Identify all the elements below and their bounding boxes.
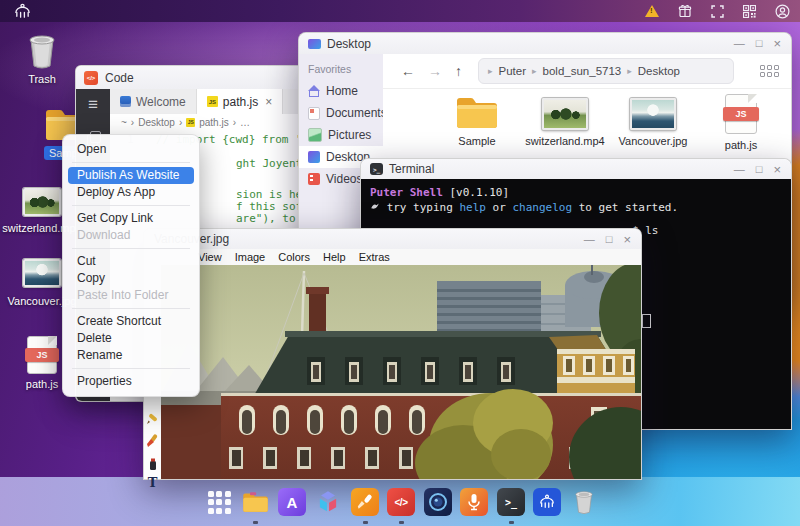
- terminal-cursor: [642, 314, 651, 328]
- running-indicator: [509, 521, 514, 524]
- dock-app-center-button[interactable]: [314, 488, 342, 516]
- documents-icon: [308, 107, 320, 120]
- close-icon[interactable]: ×: [773, 163, 781, 176]
- folder-icon: [455, 94, 499, 130]
- minimize-icon[interactable]: —: [734, 164, 745, 175]
- menu-colors[interactable]: Colors: [278, 251, 310, 263]
- up-icon[interactable]: ↑: [455, 63, 462, 79]
- brush-tool-icon[interactable]: [144, 433, 161, 449]
- dock: A </>: [0, 488, 800, 526]
- dock-puter-button[interactable]: [533, 488, 561, 516]
- dock-launcher-button[interactable]: [205, 488, 233, 516]
- sidebar-item-home[interactable]: Home: [299, 80, 383, 102]
- chevron-icon: ›: [233, 117, 236, 128]
- explorer-titlebar[interactable]: Desktop — □ ×: [299, 33, 791, 55]
- menu-item-cut[interactable]: Cut: [63, 253, 199, 270]
- dock-trash-button[interactable]: [570, 488, 598, 516]
- trash-desktop-icon[interactable]: [26, 32, 58, 70]
- image-viewer-window: Vancouver.jpg — □ × View Image Colors He…: [143, 228, 642, 480]
- minimize-icon[interactable]: —: [734, 38, 745, 49]
- back-icon[interactable]: ←: [401, 63, 415, 79]
- lens-icon: [428, 492, 448, 512]
- menu-item-properties[interactable]: Properties: [63, 373, 199, 390]
- viewer-titlebar[interactable]: Vancouver.jpg — □ ×: [144, 229, 641, 250]
- microphone-icon: [466, 493, 482, 511]
- terminal-title: Terminal: [389, 162, 434, 176]
- tab-close-icon[interactable]: ×: [265, 95, 272, 109]
- trash-icon: [573, 489, 595, 515]
- file-item-switzerland[interactable]: switzerland.mp4: [521, 94, 609, 151]
- fullscreen-icon[interactable]: [711, 5, 724, 18]
- file-item-sample[interactable]: Sample: [433, 94, 521, 151]
- tab-pathjs[interactable]: JS path.js ×: [197, 89, 283, 114]
- ink-tool-icon[interactable]: [144, 457, 161, 471]
- breadcrumb-puter[interactable]: Puter: [499, 65, 527, 77]
- breadcrumb[interactable]: ▸ Puter ▸ bold_sun_5713 ▸ Desktop: [478, 58, 734, 84]
- menu-item-open[interactable]: Open: [63, 141, 199, 158]
- grid-view-icon[interactable]: [760, 65, 779, 77]
- close-icon[interactable]: ×: [773, 37, 781, 50]
- context-menu: Open Publish As Website Deploy As App Ge…: [62, 134, 200, 397]
- chevron-icon: ›: [179, 117, 182, 128]
- pencil-tool-icon[interactable]: [144, 413, 161, 427]
- qr-code-icon[interactable]: [743, 5, 756, 18]
- dock-camera-button[interactable]: [424, 488, 452, 516]
- dock-terminal-button[interactable]: >_: [497, 488, 525, 516]
- maximize-icon[interactable]: □: [606, 234, 613, 245]
- puter-logo-icon[interactable]: [13, 3, 32, 20]
- menu-separator: [72, 368, 190, 369]
- menu-item-delete[interactable]: Delete: [63, 330, 199, 347]
- menu-help[interactable]: Help: [323, 251, 346, 263]
- menu-item-publish-as-website[interactable]: Publish As Website: [68, 167, 194, 184]
- menu-extras[interactable]: Extras: [359, 251, 390, 263]
- crumb-home[interactable]: ~: [121, 117, 127, 128]
- crumb-pathjs[interactable]: path.js: [199, 117, 228, 128]
- close-icon[interactable]: ×: [623, 233, 631, 246]
- forward-icon[interactable]: →: [428, 63, 442, 79]
- pathjs-desktop-icon[interactable]: JS: [27, 336, 57, 374]
- triangle-icon: ▸: [627, 66, 632, 76]
- warning-icon[interactable]: [645, 5, 659, 17]
- dock-paint-button[interactable]: [351, 488, 379, 516]
- vancouver-desktop-icon[interactable]: [23, 259, 61, 287]
- menu-item-create-shortcut[interactable]: Create Shortcut: [63, 313, 199, 330]
- explorer-title: Desktop: [327, 37, 371, 51]
- breadcrumb-desktop[interactable]: Desktop: [638, 65, 680, 77]
- menu-item-rename[interactable]: Rename: [63, 347, 199, 364]
- dock-code-button[interactable]: </>: [387, 488, 415, 516]
- sidebar-item-documents[interactable]: Documents: [299, 102, 383, 124]
- menu-item-deploy-as-app[interactable]: Deploy As App: [63, 184, 199, 201]
- file-item-pathjs[interactable]: JS path.js: [697, 94, 785, 151]
- js-icon: JS: [207, 96, 218, 107]
- switzerland-desktop-icon[interactable]: [23, 188, 61, 216]
- gift-icon[interactable]: [678, 4, 692, 18]
- menu-item-paste-into-folder: Paste Into Folder: [63, 287, 199, 304]
- crumb-desktop[interactable]: Desktop: [138, 117, 175, 128]
- js-icon: JS: [186, 118, 195, 127]
- maximize-icon[interactable]: □: [756, 164, 763, 175]
- file-item-vancouver[interactable]: Vancouver.jpg: [609, 94, 697, 151]
- letter-a-icon: A: [287, 494, 298, 511]
- menu-image[interactable]: Image: [235, 251, 266, 263]
- minimize-icon[interactable]: —: [584, 234, 595, 245]
- terminal-titlebar[interactable]: >_ Terminal — □ ×: [361, 159, 791, 180]
- dock-editor-button[interactable]: A: [278, 488, 306, 516]
- terminal-app-icon: >_: [370, 163, 383, 175]
- maximize-icon[interactable]: □: [756, 38, 763, 49]
- videos-icon: [308, 173, 320, 185]
- dock-recorder-button[interactable]: [460, 488, 488, 516]
- dock-files-button[interactable]: [241, 488, 269, 516]
- desktop-screen: Trash Sample switzerland.mp4 Vancouver.j…: [0, 0, 800, 526]
- breadcrumb-user[interactable]: bold_sun_5713: [543, 65, 622, 77]
- favorites-header: Favorites: [299, 54, 383, 80]
- hamburger-menu-icon[interactable]: ≡: [76, 95, 110, 115]
- crumb-more[interactable]: …: [240, 117, 250, 128]
- tab-welcome[interactable]: Welcome: [110, 89, 197, 114]
- menu-item-get-copy-link[interactable]: Get Copy Link: [63, 210, 199, 227]
- menu-view[interactable]: View: [198, 251, 222, 263]
- sidebar-item-pictures[interactable]: Pictures: [299, 124, 383, 146]
- menu-item-copy[interactable]: Copy: [63, 270, 199, 287]
- menu-separator: [72, 162, 190, 163]
- running-indicator: [253, 521, 258, 524]
- account-icon[interactable]: [775, 4, 790, 19]
